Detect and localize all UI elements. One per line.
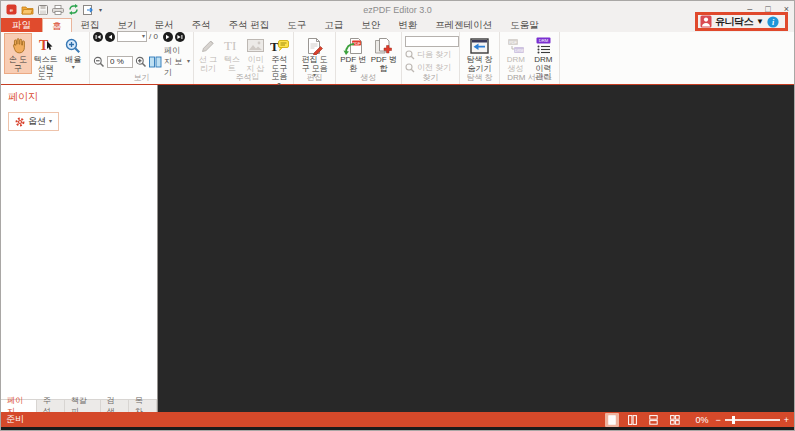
panel-tab-search[interactable]: 검색: [101, 400, 129, 412]
pdf-convert-button[interactable]: PDF PDF 변환: [339, 34, 368, 73]
zoom-slider-thumb[interactable]: [732, 416, 735, 424]
annot-text-button[interactable]: TI 텍스트: [221, 34, 243, 73]
user-avatar-icon: [700, 15, 712, 28]
zoom-in-button[interactable]: [135, 56, 147, 68]
find-next-button[interactable]: 다음 찾기: [405, 49, 451, 60]
tab-annotation-edit[interactable]: 주석 편집: [220, 18, 279, 32]
hand-tool-button[interactable]: 손 도구: [5, 34, 31, 73]
refresh-icon[interactable]: [68, 4, 79, 15]
panel-tab-bar: 페이지 주석 책갈피 검색 목차: [1, 399, 157, 412]
ribbon-group-annotation: 선 그리기 TI 텍스트 이미지 삽입 T 주석 도구 모음 ▾: [194, 32, 294, 84]
text-select-tool-button[interactable]: T 텍스트 선택 도구: [33, 34, 59, 82]
tab-annotation[interactable]: 주석: [183, 18, 220, 32]
next-page-button[interactable]: [163, 32, 173, 42]
tab-document[interactable]: 문서: [146, 18, 183, 32]
info-icon[interactable]: i: [767, 16, 779, 28]
tab-view[interactable]: 보기: [109, 18, 146, 32]
page-total-label: / 0: [149, 32, 158, 41]
edit-toolbar-label: 편집 도구 모음: [298, 56, 331, 73]
pdf-merge-button[interactable]: PDF 병합: [370, 34, 399, 73]
page-view-caret[interactable]: ▾: [187, 59, 190, 64]
ribbon-group-navpane: 탐색 창 숨기기 탐색 창: [460, 32, 500, 84]
svg-text:T: T: [270, 39, 279, 54]
zoom-in-step-button[interactable]: +: [784, 415, 789, 425]
page-number-combo[interactable]: ▾: [117, 31, 147, 42]
tab-tools[interactable]: 도구: [278, 18, 315, 32]
hide-navpane-button[interactable]: 탐색 창 숨기기: [463, 34, 496, 73]
ribbon-group-drm: PDFDRM DRM 생성 DRM DRM 이력 관리 DRM 서비스: [500, 32, 560, 84]
first-page-button[interactable]: [93, 32, 103, 42]
magnifier-plus-icon: [65, 35, 81, 56]
find-input[interactable]: [405, 36, 459, 47]
options-button[interactable]: 옵션 ▾: [8, 112, 59, 131]
export-icon[interactable]: [83, 5, 94, 15]
drm-create-button[interactable]: PDFDRM DRM 생성: [503, 34, 529, 73]
pdf-merge-label: PDF 병합: [370, 56, 399, 73]
qat-dropdown-caret[interactable]: ▾: [99, 6, 102, 13]
find-group-label: 찾기: [402, 72, 459, 83]
save-icon[interactable]: [38, 5, 48, 15]
tab-edit[interactable]: 편집: [72, 18, 109, 32]
tab-convert[interactable]: 변환: [389, 18, 426, 32]
text-annotation-icon: TI: [223, 35, 241, 56]
ribbon-group-find: 다음 찾기 이전 찾기 찾기: [402, 32, 460, 84]
ribbon-group-tools: 손 도구 T 텍스트 선택 도구 배율 ▾: [2, 32, 90, 84]
tab-home[interactable]: 홈: [42, 18, 72, 32]
svg-text:DRM: DRM: [538, 38, 548, 43]
ribbon-tab-bar: 파일 홈 편집 보기 문서 주석 주석 편집 도구 고급 보안 변환 프레젠테이…: [1, 18, 794, 32]
panel-title: 페이지: [8, 90, 150, 104]
account-highlight-box[interactable]: 유니닥스 ▼ i: [695, 12, 788, 31]
tab-help[interactable]: 도움말: [501, 18, 548, 32]
svg-text:DRM: DRM: [514, 48, 523, 52]
zoom-dropdown-caret[interactable]: ▾: [72, 65, 75, 70]
view-two-page-button[interactable]: [646, 413, 661, 427]
zoom-slider: − +: [715, 415, 789, 425]
magnifier-icon: [405, 50, 415, 60]
open-file-icon[interactable]: [21, 5, 34, 15]
page-view-icon: [149, 56, 162, 68]
drm-history-icon: DRM: [535, 35, 552, 56]
view-single-page-button[interactable]: [605, 413, 619, 427]
prev-page-button[interactable]: [105, 32, 115, 42]
hand-icon: [10, 35, 26, 56]
zoom-value-input[interactable]: [107, 56, 133, 68]
window-title: ezPDF Editor 3.0: [1, 5, 794, 15]
main-area: 페이지 옵션 ▾ 페이지 주석 책갈피 검색 목차: [1, 85, 794, 412]
zoom-out-step-button[interactable]: −: [715, 415, 720, 425]
view-grid-button[interactable]: [667, 413, 683, 427]
account-name: 유니닥스: [715, 15, 753, 29]
panel-tab-annotations[interactable]: 주석: [37, 400, 65, 412]
create-group-label: 생성: [336, 72, 401, 83]
find-next-label: 다음 찾기: [417, 49, 451, 60]
svg-text:PDF: PDF: [509, 40, 517, 44]
navigation-panel: 페이지 옵션 ▾ 페이지 주석 책갈피 검색 목차: [1, 85, 158, 412]
view-continuous-button[interactable]: [625, 413, 640, 427]
title-bar: e ▾ ezPDF Editor 3.0 – □ ×: [1, 1, 794, 18]
document-canvas[interactable]: [158, 85, 794, 412]
annotation-group-label: 주석: [194, 72, 293, 83]
hide-navpane-label: 탐색 창 숨기기: [463, 56, 496, 73]
navpane-arrow-icon: [470, 35, 489, 56]
tab-advanced[interactable]: 고급: [315, 18, 352, 32]
status-bar: 준비 0% −: [1, 412, 794, 427]
pdf-merge-icon: [374, 35, 393, 56]
panel-tab-bookmarks[interactable]: 책갈피: [65, 400, 101, 412]
tab-file[interactable]: 파일: [1, 18, 42, 32]
zoom-slider-track[interactable]: [725, 419, 780, 421]
draw-line-label: 선 그리기: [197, 56, 219, 73]
status-ready-label: 준비: [6, 413, 24, 426]
account-dropdown-caret[interactable]: ▼: [756, 17, 764, 26]
draw-line-button[interactable]: 선 그리기: [197, 34, 219, 73]
drm-create-label: DRM 생성: [503, 56, 529, 73]
tab-presentation[interactable]: 프레젠테이션: [426, 18, 501, 32]
panel-tab-pages[interactable]: 페이지: [1, 400, 37, 412]
panel-tab-toc[interactable]: 목차: [129, 400, 157, 412]
magnifier-icon: [405, 63, 415, 73]
print-icon[interactable]: [52, 5, 64, 15]
last-page-button[interactable]: [175, 32, 185, 42]
ribbon-group-view: ▾ / 0 페이지 보기 ▾ 보기: [90, 32, 194, 84]
quick-access-toolbar: e ▾: [6, 4, 102, 15]
zoom-out-button[interactable]: [93, 56, 105, 68]
tab-security[interactable]: 보안: [352, 18, 389, 32]
zoom-tool-button[interactable]: 배율 ▾: [60, 34, 86, 70]
